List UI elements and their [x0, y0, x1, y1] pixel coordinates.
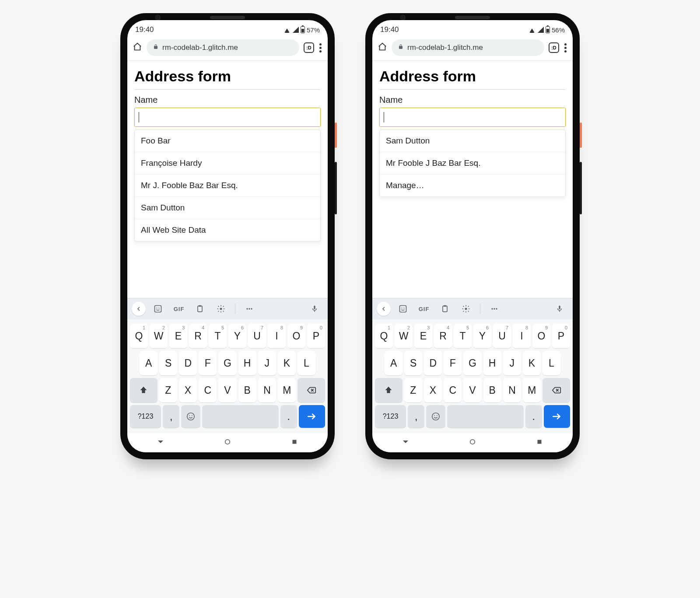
- key-D[interactable]: D: [424, 351, 442, 375]
- key-O[interactable]: O9: [532, 324, 550, 348]
- url-bar[interactable]: rm-codelab-1.glitch.me: [147, 39, 299, 56]
- key-E[interactable]: E3: [169, 324, 187, 348]
- volume-button[interactable]: [580, 162, 582, 214]
- nav-back-icon[interactable]: [402, 438, 410, 448]
- key-H[interactable]: H: [238, 351, 256, 375]
- key-Y[interactable]: Y6: [228, 324, 246, 348]
- backspace-key[interactable]: [298, 378, 325, 402]
- key-F[interactable]: F: [444, 351, 462, 375]
- symbols-key[interactable]: ?123: [375, 405, 406, 428]
- key-X[interactable]: X: [179, 378, 197, 402]
- key-X[interactable]: X: [424, 378, 442, 402]
- key-Z[interactable]: Z: [159, 378, 177, 402]
- autofill-suggestion[interactable]: Mr J. Fooble Baz Bar Esq.: [135, 174, 320, 196]
- key-K[interactable]: K: [523, 351, 541, 375]
- key-N[interactable]: N: [503, 378, 521, 402]
- key-L[interactable]: L: [542, 351, 560, 375]
- gif-icon[interactable]: GIF: [415, 306, 433, 312]
- key-H[interactable]: H: [483, 351, 501, 375]
- key-P[interactable]: P0: [552, 324, 570, 348]
- key-Y[interactable]: Y6: [473, 324, 491, 348]
- autofill-suggestion[interactable]: Foo Bar: [135, 130, 320, 152]
- autofill-suggestion[interactable]: Manage…: [380, 174, 565, 196]
- emoji-key[interactable]: [426, 405, 445, 428]
- tab-switcher-icon[interactable]: :D: [304, 42, 314, 53]
- sticker-icon[interactable]: [394, 304, 412, 313]
- key-F[interactable]: F: [199, 351, 217, 375]
- key-M[interactable]: M: [278, 378, 296, 402]
- url-bar[interactable]: rm-codelab-1.glitch.me: [392, 39, 544, 56]
- comma-key[interactable]: ,: [408, 405, 424, 428]
- emoji-key[interactable]: [181, 405, 200, 428]
- period-key[interactable]: .: [525, 405, 542, 428]
- mic-icon[interactable]: [306, 304, 323, 313]
- key-C[interactable]: C: [444, 378, 462, 402]
- key-G[interactable]: G: [218, 351, 236, 375]
- key-P[interactable]: P0: [307, 324, 325, 348]
- comma-key[interactable]: ,: [163, 405, 179, 428]
- key-U[interactable]: U7: [248, 324, 266, 348]
- key-M[interactable]: M: [523, 378, 541, 402]
- key-Q[interactable]: Q1: [130, 324, 148, 348]
- key-Z[interactable]: Z: [404, 378, 422, 402]
- enter-key[interactable]: [544, 405, 570, 428]
- key-U[interactable]: U7: [493, 324, 511, 348]
- key-N[interactable]: N: [258, 378, 276, 402]
- key-E[interactable]: E3: [414, 324, 432, 348]
- period-key[interactable]: .: [280, 405, 297, 428]
- key-V[interactable]: V: [218, 378, 236, 402]
- overflow-menu-icon[interactable]: [318, 43, 322, 52]
- key-R[interactable]: R4: [189, 324, 207, 348]
- autofill-suggestion[interactable]: All Web Site Data: [135, 219, 320, 241]
- key-B[interactable]: B: [483, 378, 501, 402]
- key-T[interactable]: T5: [454, 324, 472, 348]
- key-J[interactable]: J: [258, 351, 276, 375]
- nav-recents-icon[interactable]: [290, 438, 298, 448]
- key-O[interactable]: O9: [287, 324, 305, 348]
- enter-key[interactable]: [299, 405, 325, 428]
- shift-key[interactable]: [375, 378, 402, 402]
- key-S[interactable]: S: [404, 351, 422, 375]
- shift-key[interactable]: [130, 378, 158, 402]
- clipboard-icon[interactable]: [436, 304, 454, 313]
- gear-icon[interactable]: [457, 304, 475, 313]
- key-I[interactable]: I8: [268, 324, 286, 348]
- symbols-key[interactable]: ?123: [130, 405, 161, 428]
- autofill-suggestion[interactable]: Mr Fooble J Baz Bar Esq.: [380, 152, 565, 174]
- more-icon[interactable]: [241, 304, 258, 313]
- sticker-icon[interactable]: [149, 304, 167, 313]
- key-Q[interactable]: Q1: [375, 324, 393, 348]
- key-W[interactable]: W2: [150, 324, 168, 348]
- name-input[interactable]: [379, 108, 566, 127]
- more-icon[interactable]: [486, 304, 503, 313]
- overflow-menu-icon[interactable]: [564, 43, 567, 52]
- nav-home-icon[interactable]: [224, 438, 231, 448]
- volume-button[interactable]: [335, 162, 337, 214]
- gear-icon[interactable]: [212, 304, 230, 313]
- backspace-key[interactable]: [542, 378, 570, 402]
- nav-recents-icon[interactable]: [536, 438, 543, 448]
- autofill-suggestion[interactable]: Sam Dutton: [135, 196, 320, 219]
- key-K[interactable]: K: [278, 351, 296, 375]
- key-I[interactable]: I8: [513, 324, 531, 348]
- name-input[interactable]: [134, 108, 321, 127]
- nav-home-icon[interactable]: [469, 438, 476, 448]
- home-icon[interactable]: [378, 42, 387, 53]
- keyboard-collapse-icon[interactable]: [377, 302, 391, 316]
- power-button[interactable]: [580, 122, 582, 148]
- keyboard-collapse-icon[interactable]: [132, 302, 146, 316]
- key-A[interactable]: A: [140, 351, 158, 375]
- key-T[interactable]: T5: [209, 324, 227, 348]
- autofill-suggestion[interactable]: Sam Dutton: [380, 130, 565, 152]
- key-S[interactable]: S: [159, 351, 177, 375]
- key-J[interactable]: J: [503, 351, 521, 375]
- tab-switcher-icon[interactable]: :D: [549, 42, 559, 53]
- gif-icon[interactable]: GIF: [170, 306, 188, 312]
- key-V[interactable]: V: [463, 378, 481, 402]
- nav-back-icon[interactable]: [157, 438, 164, 448]
- home-icon[interactable]: [133, 42, 142, 53]
- key-L[interactable]: L: [298, 351, 315, 375]
- autofill-suggestion[interactable]: Françoise Hardy: [135, 152, 320, 174]
- key-D[interactable]: D: [179, 351, 197, 375]
- key-B[interactable]: B: [238, 378, 256, 402]
